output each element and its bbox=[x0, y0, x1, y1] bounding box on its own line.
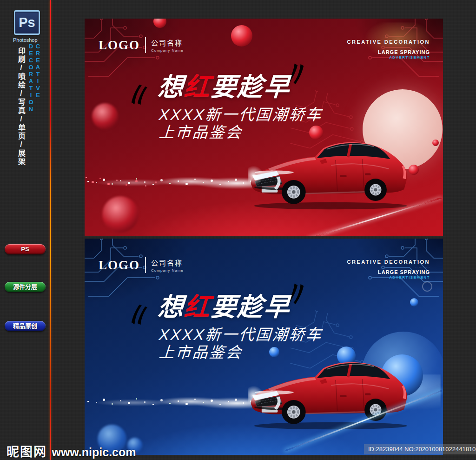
decor-sphere bbox=[153, 19, 166, 28]
banner-red: LOGO 公司名称 Company Name CREATIVE DECORATI… bbox=[85, 19, 443, 236]
sparkle-dots bbox=[87, 401, 89, 402]
sparkle-glow bbox=[85, 394, 275, 411]
advertisement-text: ADVERTISEMENT bbox=[347, 275, 430, 280]
nipic-preview-page: Ps Photoshop 印刷/喷绘/写真/单页/展架 CREATIVE DEC… bbox=[0, 0, 476, 460]
sparkle-trail bbox=[85, 174, 275, 191]
title-pre: 想 bbox=[157, 73, 185, 101]
ring-decoration bbox=[422, 281, 432, 292]
top-right-text-block: CREATIVE DECORATION ·· ···· ···· LARGE S… bbox=[347, 39, 430, 60]
red-sedan-car-image bbox=[248, 358, 409, 431]
banner-title: 想红要趁早 bbox=[157, 66, 292, 103]
photoshop-caption: Photoshop bbox=[13, 37, 38, 43]
title-post: 要趁早 bbox=[210, 293, 291, 321]
decor-sphere bbox=[269, 347, 279, 357]
sidebar-vertical-text-cn: 印刷/喷绘/写真/单页/展架 bbox=[15, 47, 26, 168]
top-right-text-block: CREATIVE DECORATION ·· ···· ···· LARGE S… bbox=[347, 259, 430, 280]
photoshop-icon-label: Ps bbox=[19, 15, 35, 30]
title-accent: 红 bbox=[183, 293, 212, 321]
fine-print-text: ·· ···· ···· bbox=[347, 46, 430, 49]
watermark-site-name: 昵图网 bbox=[7, 445, 47, 459]
quote-swoosh-left-icon bbox=[131, 304, 148, 330]
banner-subtitle-line2: 上市品鉴会 bbox=[158, 120, 243, 142]
sparkle-trail bbox=[85, 394, 275, 411]
fine-print-text: ·· ···· ···· bbox=[347, 266, 430, 269]
large-spraying-text: LARGE SPRAYING bbox=[347, 269, 430, 275]
logo-text: LOGO bbox=[99, 38, 140, 53]
logo-block: LOGO 公司名称 Company Name bbox=[99, 257, 184, 273]
company-name-block: 公司名称 Company Name bbox=[151, 38, 184, 53]
company-name-block: 公司名称 Company Name bbox=[151, 258, 184, 273]
company-name-cn: 公司名称 bbox=[151, 38, 184, 47]
badge-ps: PS bbox=[5, 244, 46, 254]
badge-original-quality: 精品原创 bbox=[5, 321, 46, 331]
banner-title: 想红要趁早 bbox=[157, 286, 292, 323]
title-post: 要趁早 bbox=[210, 73, 291, 101]
banner-subtitle-line2: 上市品鉴会 bbox=[158, 340, 243, 362]
title-accent: 红 bbox=[183, 73, 212, 101]
watermark-site-url: www.nipic.com bbox=[52, 446, 136, 459]
decor-sphere bbox=[410, 298, 418, 307]
logo-block: LOGO 公司名称 Company Name bbox=[99, 37, 184, 53]
sidebar-divider-line bbox=[50, 0, 51, 460]
logo-text: LOGO bbox=[99, 258, 140, 273]
sparkle-glow bbox=[85, 174, 275, 191]
logo-divider bbox=[145, 257, 146, 273]
company-name-cn: 公司名称 bbox=[151, 258, 184, 267]
banner-blue: LOGO 公司名称 Company Name CREATIVE DECORATI… bbox=[85, 239, 443, 455]
decor-sphere bbox=[102, 196, 139, 233]
sidebar-vertical-text-en: CREATIVE DECORATION bbox=[27, 43, 41, 167]
logo-divider bbox=[145, 37, 146, 53]
red-sedan-car-image bbox=[248, 138, 409, 211]
company-name-en: Company Name bbox=[151, 268, 184, 273]
decor-sphere bbox=[92, 103, 118, 129]
image-id-label: ID:28239044 NO:20201008102244181083 bbox=[364, 444, 476, 454]
badge-source-layered: 源件分层 bbox=[5, 282, 46, 292]
creative-decoration-text: CREATIVE DECORATION bbox=[347, 259, 430, 265]
title-pre: 想 bbox=[157, 293, 185, 321]
large-spraying-text: LARGE SPRAYING bbox=[347, 49, 430, 55]
decor-sphere bbox=[231, 25, 252, 47]
advertisement-text: ADVERTISEMENT bbox=[347, 55, 430, 60]
sparkle-red-dots bbox=[86, 177, 87, 178]
photoshop-icon: Ps bbox=[14, 10, 40, 35]
creative-decoration-text: CREATIVE DECORATION bbox=[347, 39, 430, 45]
company-name-en: Company Name bbox=[151, 48, 184, 53]
sparkle-dots bbox=[87, 181, 89, 182]
quote-swoosh-left-icon bbox=[131, 84, 148, 110]
watermark: 昵图网 www.nipic.com bbox=[7, 442, 136, 460]
